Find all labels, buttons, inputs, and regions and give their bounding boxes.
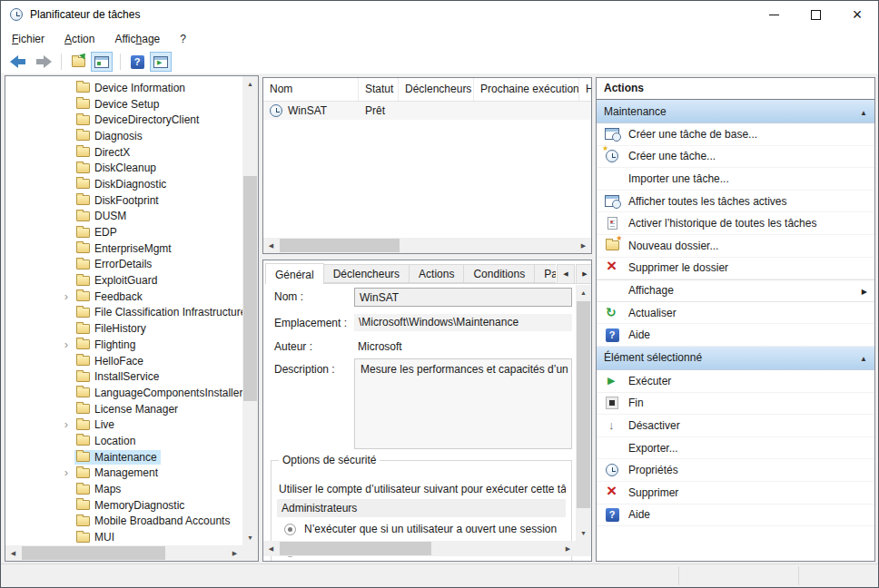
menu-affichage[interactable]: Affichage	[114, 33, 160, 45]
column-header-h[interactable]: H	[579, 78, 591, 101]
tree-item-device-information[interactable]: Device Information	[5, 80, 242, 96]
delete-action[interactable]: Supprimer	[597, 482, 874, 505]
tree-item-device-setup[interactable]: Device Setup	[5, 96, 242, 113]
scroll-left-button[interactable]	[5, 545, 21, 561]
tree-item-diskfootprint[interactable]: DiskFootprint	[5, 192, 242, 209]
tree-item-filehistory[interactable]: FileHistory	[5, 320, 242, 337]
help-selected-action[interactable]: Aide	[597, 505, 874, 527]
tree-item-maintenance[interactable]: Maintenance	[5, 449, 242, 466]
radio-run-only-logged-on[interactable]: N’exécuter que si un utilisateur a ouver…	[284, 523, 557, 535]
scroll-up-button[interactable]	[576, 285, 591, 300]
column-header-statut[interactable]: Statut	[359, 78, 399, 101]
tab-parametres[interactable]: Paramètres	[535, 264, 556, 283]
scrollbar-thumb[interactable]	[280, 542, 431, 555]
tab-conditions[interactable]: Conditions	[464, 264, 535, 283]
maximize-button[interactable]	[795, 1, 836, 28]
tree-item-languagecomponentsinstaller[interactable]: LanguageComponentsInstaller	[5, 385, 242, 401]
close-button[interactable]	[836, 1, 878, 28]
back-button[interactable]	[8, 52, 30, 72]
export-list-button[interactable]	[67, 52, 89, 72]
scrollbar-thumb[interactable]	[280, 239, 400, 252]
menu-fichier[interactable]: Fichier	[12, 33, 44, 45]
refresh-action[interactable]: Actualiser	[597, 302, 874, 325]
tab-declencheurs[interactable]: Déclencheurs	[324, 264, 410, 283]
task-row-winsat[interactable]: WinSATPrêt	[263, 102, 591, 120]
menu-action[interactable]: Action	[64, 33, 94, 45]
tree-item-exploitguard[interactable]: ExploitGuard	[5, 272, 242, 289]
tree-item-installservice[interactable]: InstallService	[5, 368, 242, 385]
expand-chevron-icon[interactable]: ›	[58, 418, 74, 431]
column-header-declencheurs[interactable]: Déclencheurs	[399, 78, 474, 101]
description-field[interactable]: Mesure les performances et capacités d’u…	[354, 358, 572, 449]
delete-folder-action[interactable]: Supprimer le dossier	[597, 258, 874, 280]
view-action[interactable]: Affichage	[597, 279, 874, 302]
export-action[interactable]: Exporter...	[597, 437, 874, 460]
collapse-arrow-icon[interactable]	[860, 105, 867, 118]
tree-item-memorydiagnostic[interactable]: MemoryDiagnostic	[5, 497, 242, 514]
display-all-running-tasks-action[interactable]: Afficher toutes les tâches actives	[597, 191, 874, 213]
properties-action[interactable]: Propriétés	[597, 459, 874, 482]
scroll-down-button[interactable]	[242, 530, 258, 545]
column-header-prochaine-execution[interactable]: Prochaine exécution	[474, 78, 579, 101]
tree-item-diagnosis[interactable]: Diagnosis	[5, 128, 242, 144]
tree-item-diskdiagnostic[interactable]: DiskDiagnostic	[5, 176, 242, 192]
tree-item-location[interactable]: Location	[5, 433, 242, 449]
tab-scroll-right-button[interactable]	[576, 264, 592, 284]
tab-general[interactable]: Général	[265, 263, 324, 284]
tree-item-enterprisemgmt[interactable]: EnterpriseMgmt	[5, 240, 242, 257]
section-header-maintenance[interactable]: Maintenance	[597, 100, 874, 123]
enable-all-tasks-history-action[interactable]: Activer l’historique de toutes les tâche…	[597, 212, 874, 235]
tree-item-helloface[interactable]: HelloFace	[5, 353, 242, 369]
create-basic-task-action[interactable]: Créer une tâche de base...	[597, 123, 874, 146]
menu-help[interactable]: ?	[180, 33, 186, 45]
help-button[interactable]	[126, 52, 148, 72]
location-field[interactable]: \Microsoft\Windows\Maintenance	[354, 314, 572, 331]
minimize-button[interactable]	[753, 1, 795, 28]
scroll-down-button[interactable]	[576, 525, 591, 541]
forward-button[interactable]	[32, 52, 54, 72]
tree-item-license-manager[interactable]: License Manager	[5, 401, 242, 417]
run-action[interactable]: Exécuter	[597, 370, 874, 393]
scroll-right-button[interactable]	[227, 545, 242, 561]
scroll-right-button[interactable]	[576, 238, 591, 253]
tree-item-edp[interactable]: EDP	[5, 224, 242, 240]
scroll-left-button[interactable]	[263, 238, 279, 253]
expand-chevron-icon[interactable]: ›	[58, 466, 74, 479]
tree-item-devicedirectoryclient[interactable]: DeviceDirectoryClient	[5, 112, 242, 128]
tree-item-live[interactable]: ›Live	[5, 416, 242, 433]
create-task-action[interactable]: Créer une tâche...	[597, 146, 874, 169]
end-action[interactable]: Fin	[597, 393, 874, 416]
help-action[interactable]: Aide	[597, 324, 874, 347]
import-task-action[interactable]: Importer une tâche...	[597, 168, 874, 191]
name-field[interactable]: WinSAT	[354, 288, 572, 307]
tree-item-management[interactable]: ›Management	[5, 466, 242, 482]
scroll-up-button[interactable]	[242, 76, 258, 92]
tree-item-mobile-broadband-accounts[interactable]: Mobile Broadband Accounts	[5, 514, 242, 530]
column-header-nom[interactable]: Nom	[263, 78, 359, 101]
scroll-right-button[interactable]	[560, 541, 576, 556]
tree-item-file-classification-infrastructure[interactable]: File Classification Infrastructure	[5, 305, 242, 321]
tree-item-directx[interactable]: DirectX	[5, 144, 242, 161]
collapse-arrow-icon[interactable]	[860, 351, 867, 364]
tree-item-errordetails[interactable]: ErrorDetails	[5, 257, 242, 273]
tree-item-flighting[interactable]: ›Flighting	[5, 337, 242, 353]
tree-item-diskcleanup[interactable]: DiskCleanup	[5, 160, 242, 176]
tree-item-maps[interactable]: Maps	[5, 481, 242, 497]
scroll-left-button[interactable]	[263, 541, 279, 556]
console-tree: Device InformationDevice SetupDeviceDire…	[5, 80, 242, 545]
expand-chevron-icon[interactable]: ›	[58, 290, 74, 303]
show-console-tree-button[interactable]	[91, 52, 113, 72]
expand-chevron-icon[interactable]: ›	[58, 338, 74, 351]
tab-actions[interactable]: Actions	[410, 264, 464, 283]
disable-action[interactable]: Désactiver	[597, 415, 874, 437]
section-header-element-selectionne[interactable]: Élément sélectionné	[597, 347, 874, 370]
tree-item-dusm[interactable]: DUSM	[5, 209, 242, 225]
new-folder-action[interactable]: Nouveau dossier...	[597, 235, 874, 258]
scrollbar-thumb[interactable]	[22, 546, 165, 560]
scrollbar-thumb[interactable]	[577, 301, 590, 508]
scrollbar-thumb[interactable]	[243, 176, 257, 401]
show-action-pane-button[interactable]	[150, 52, 172, 72]
tree-item-feedback[interactable]: ›Feedback	[5, 289, 242, 305]
tree-item-mui[interactable]: MUI	[5, 529, 242, 545]
tab-scroll-left-button[interactable]	[557, 264, 575, 284]
